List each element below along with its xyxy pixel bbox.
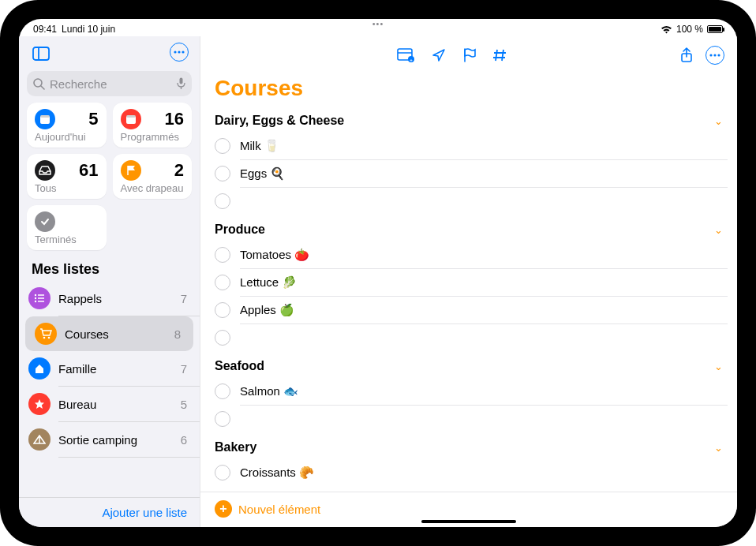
smart-card-tous[interactable]: 61 Tous xyxy=(27,154,107,199)
item-text[interactable]: Tomatoes 🍅 xyxy=(240,248,728,262)
flag-icon[interactable] xyxy=(463,48,476,62)
reminder-item[interactable] xyxy=(215,188,728,215)
home-indicator[interactable] xyxy=(421,520,516,523)
item-text[interactable]: Milk 🥛 xyxy=(240,139,728,153)
section-title: Bakery xyxy=(215,440,256,454)
checkbox[interactable] xyxy=(215,247,230,263)
list-name: Sortie camping xyxy=(58,433,173,447)
sidebar: Recherche 5 Aujourd'hui 16 Programmés 61… xyxy=(19,36,200,527)
item-text[interactable]: Apples 🍏 xyxy=(240,303,728,317)
reminder-item[interactable]: Croissants 🥐 xyxy=(215,459,728,486)
section-bakery: Bakery ⌄ Croissants 🥐 xyxy=(215,436,728,486)
tray-icon xyxy=(35,160,55,181)
reminder-item[interactable]: Eggs 🍳 xyxy=(215,160,728,187)
mic-icon[interactable] xyxy=(177,77,185,90)
reminder-item[interactable]: Lettuce 🥬 xyxy=(215,269,728,296)
reminder-item[interactable]: Milk 🥛 xyxy=(215,133,728,159)
smart-label: Terminés xyxy=(35,234,99,245)
smart-count: 2 xyxy=(174,160,184,181)
checkbox[interactable] xyxy=(215,138,230,154)
svg-rect-7 xyxy=(180,78,183,84)
section-title: Dairy, Eggs & Cheese xyxy=(215,114,344,128)
list-icon xyxy=(28,287,51,309)
smart-card-avec-drapeau[interactable]: 2 Avec drapeau xyxy=(113,154,193,199)
item-text[interactable]: Lettuce 🥬 xyxy=(240,275,728,290)
plus-icon: + xyxy=(215,500,232,518)
section-title: Produce xyxy=(215,223,265,237)
smart-label: Avec drapeau xyxy=(121,182,185,194)
status-bar: 09:41 Lundi 10 juin ••• 100 % xyxy=(19,19,737,36)
house-icon xyxy=(28,357,51,380)
list-count: 7 xyxy=(181,362,187,376)
list-count: 5 xyxy=(181,398,187,411)
smart-card-aujourd-hui[interactable]: 5 Aujourd'hui xyxy=(27,103,107,148)
smart-count: 16 xyxy=(165,109,184,129)
svg-rect-10 xyxy=(40,115,50,118)
location-icon[interactable] xyxy=(432,48,446,62)
sidebar-list-courses[interactable]: Courses 8 xyxy=(25,316,193,351)
calendar-icon xyxy=(121,109,141,129)
checkbox[interactable] xyxy=(215,275,230,290)
multitask-dots-icon[interactable]: ••• xyxy=(372,19,384,28)
sidebar-more-button[interactable] xyxy=(170,43,189,62)
checkbox[interactable] xyxy=(215,383,230,399)
section-title: Seafood xyxy=(215,359,264,373)
svg-point-2 xyxy=(174,50,176,53)
search-icon xyxy=(33,78,45,90)
smart-card-termin-s[interactable]: Terminés xyxy=(27,205,107,250)
reminder-item[interactable] xyxy=(215,406,728,432)
reminder-item[interactable]: Tomatoes 🍅 xyxy=(215,241,728,268)
section-dairy-eggs-cheese: Dairy, Eggs & Cheese ⌄ Milk 🥛 Eggs 🍳 xyxy=(215,109,728,215)
sidebar-list-rappels[interactable]: Rappels 7 xyxy=(19,281,200,316)
cart-icon xyxy=(35,323,57,345)
sidebar-list-sortie-camping[interactable]: Sortie camping 6 xyxy=(19,422,200,457)
item-text[interactable]: Eggs 🍳 xyxy=(240,166,728,181)
list-name: Famille xyxy=(58,362,173,376)
smart-card-programm-s[interactable]: 16 Programmés xyxy=(113,103,193,148)
smart-label: Aujourd'hui xyxy=(35,131,99,143)
my-lists-header: Mes listes xyxy=(19,256,200,281)
reminder-item[interactable]: Apples 🍏 xyxy=(215,297,728,323)
main-more-button[interactable] xyxy=(705,46,724,65)
svg-point-14 xyxy=(35,294,36,296)
sidebar-list-bureau[interactable]: Bureau 5 xyxy=(19,387,200,421)
svg-point-3 xyxy=(178,50,180,53)
chevron-down-icon[interactable]: ⌄ xyxy=(714,361,723,372)
svg-point-4 xyxy=(182,50,184,53)
checkbox[interactable] xyxy=(215,302,230,318)
add-list-button[interactable]: Ajouter une liste xyxy=(19,497,200,527)
hashtag-icon[interactable] xyxy=(493,48,507,62)
status-date: Lundi 10 juin xyxy=(62,24,115,35)
reminder-item[interactable]: Salmon 🐟 xyxy=(215,378,728,405)
svg-point-32 xyxy=(709,54,712,56)
share-icon[interactable] xyxy=(680,47,693,63)
star-icon xyxy=(28,393,51,415)
checkbox[interactable] xyxy=(215,411,230,427)
checkbox[interactable] xyxy=(215,465,230,481)
svg-point-21 xyxy=(48,337,51,339)
chevron-down-icon[interactable]: ⌄ xyxy=(714,442,723,454)
checkbox[interactable] xyxy=(215,330,230,346)
svg-point-33 xyxy=(713,54,716,56)
search-input[interactable]: Recherche xyxy=(27,71,192,96)
checkbox[interactable] xyxy=(215,193,230,209)
chevron-down-icon[interactable]: ⌄ xyxy=(714,115,723,127)
reminder-item[interactable] xyxy=(215,324,728,351)
smart-label: Programmés xyxy=(121,131,185,143)
list-name: Rappels xyxy=(58,292,173,305)
item-text[interactable]: Croissants 🥐 xyxy=(240,466,728,480)
smart-count: 61 xyxy=(79,160,98,181)
checkbox[interactable] xyxy=(215,166,230,181)
item-text[interactable]: Salmon 🐟 xyxy=(240,384,728,398)
sidebar-list-famille[interactable]: Famille 7 xyxy=(19,351,200,386)
chevron-down-icon[interactable]: ⌄ xyxy=(714,224,723,236)
svg-point-15 xyxy=(35,297,36,299)
flag-icon xyxy=(121,160,141,181)
list-name: Bureau xyxy=(58,398,173,411)
sidebar-toggle-button[interactable] xyxy=(30,43,52,65)
calendar-icon xyxy=(35,109,55,129)
svg-point-16 xyxy=(35,301,36,302)
template-icon[interactable]: + xyxy=(397,48,414,62)
list-count: 8 xyxy=(174,327,181,341)
check-icon xyxy=(35,211,55,232)
